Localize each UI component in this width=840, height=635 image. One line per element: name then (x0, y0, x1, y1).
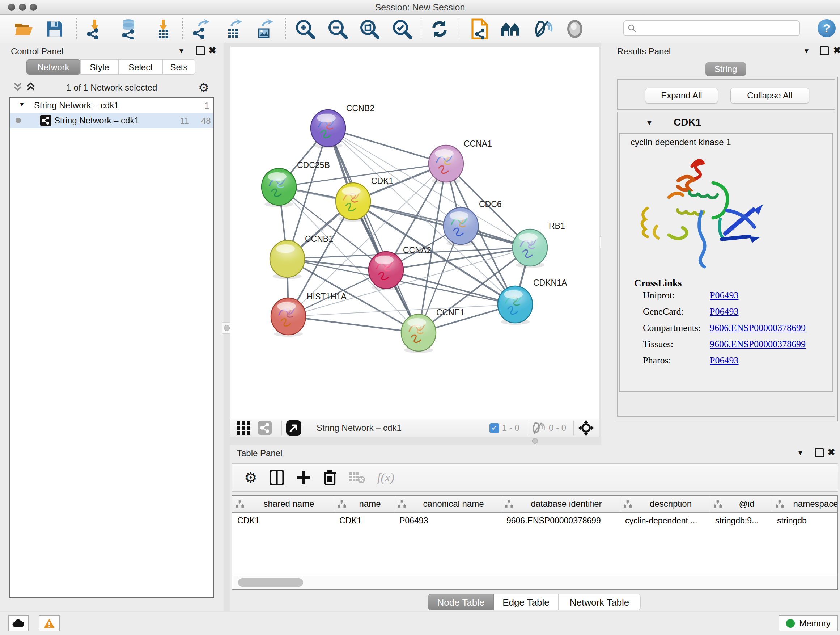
table-cell[interactable]: stringdb:9... (710, 513, 772, 529)
crosslink-link[interactable]: P06493 (710, 290, 738, 301)
export-image-button[interactable] (253, 19, 276, 40)
table-cell[interactable]: cyclin-dependent ... (620, 513, 710, 529)
column-header-namespace[interactable]: namespace (772, 496, 838, 512)
column-header-name[interactable]: name (334, 496, 394, 512)
add-column-icon[interactable] (296, 470, 311, 485)
panel-float-icon[interactable] (196, 46, 205, 55)
table-cell[interactable]: CDK1 (334, 513, 394, 529)
crosslink-row: Compartments:9606.ENSP00000378699 (643, 323, 824, 339)
import-network-database-button[interactable] (118, 19, 140, 40)
column-header-canonical-name[interactable]: canonical name (394, 496, 501, 512)
memory-button[interactable]: Memory (778, 616, 838, 631)
panel-close-icon[interactable]: ✖ (827, 448, 835, 456)
network-node-CDC6[interactable]: CDC6 (444, 200, 502, 246)
network-node-CDK1[interactable]: CDK1 (336, 176, 393, 222)
view-toolbar-separator (281, 421, 282, 435)
network-collection-row[interactable]: ▼ String Network – cdk1 1 (10, 98, 213, 113)
search-field[interactable] (623, 20, 800, 36)
tab-select[interactable]: Select (118, 59, 163, 74)
column-header--id[interactable]: @id (710, 496, 772, 512)
export-table-button[interactable] (222, 19, 245, 40)
panel-float-icon[interactable] (820, 46, 829, 55)
search-input[interactable] (636, 23, 799, 33)
tab-style[interactable]: Style (80, 59, 118, 74)
table-row[interactable]: CDK1CDK1P064939606.ENSP00000378699cyclin… (232, 513, 837, 529)
tab-network[interactable]: Network (27, 59, 80, 74)
function-builder-icon[interactable]: f(x) (377, 470, 394, 485)
warning-button[interactable] (39, 616, 60, 631)
zoom-out-button[interactable] (326, 19, 349, 40)
import-table-file-button[interactable] (152, 19, 174, 40)
column-header-shared-name[interactable]: shared name (232, 496, 334, 512)
open-session-button[interactable] (13, 19, 35, 40)
hide-glasses-button[interactable] (532, 19, 554, 40)
cloud-status-button[interactable] (8, 616, 29, 631)
network-edge-CCNB2-CCNE1[interactable] (328, 128, 418, 333)
zoom-in-button[interactable] (294, 19, 316, 40)
houses-icon (500, 20, 521, 38)
refresh-button[interactable] (428, 19, 451, 40)
network-options-gear-icon[interactable]: ⚙ (198, 80, 209, 95)
scrollbar-thumb[interactable] (238, 578, 303, 587)
tab-network-table[interactable]: Network Table (558, 594, 641, 610)
table-options-gear-icon[interactable]: ⚙ (244, 469, 257, 486)
panel-menu-caret-icon[interactable]: ▼ (797, 449, 804, 457)
node-label-CCNA2: CCNA2 (403, 245, 431, 255)
panel-menu-caret-icon[interactable]: ▼ (178, 47, 185, 55)
protein-structure-image (634, 151, 775, 274)
hidden-eye-icon[interactable] (531, 422, 546, 434)
panel-menu-caret-icon[interactable]: ▼ (803, 47, 810, 55)
tab-string[interactable]: String (706, 62, 746, 76)
table-cell[interactable]: stringdb (772, 513, 838, 529)
panel-close-icon[interactable]: ✖ (833, 47, 840, 54)
crosslink-link[interactable]: 9606.ENSP00000378699 (710, 323, 806, 333)
delete-column-trash-icon[interactable] (323, 470, 337, 486)
network-node-RB1[interactable]: RB1 (513, 221, 565, 268)
import-network-file-button[interactable] (84, 19, 106, 40)
tab-edge-table[interactable]: Edge Table (494, 594, 558, 610)
expand-all-button[interactable]: Expand All (645, 88, 718, 103)
share-view-icon[interactable] (257, 421, 272, 435)
selected-nodes-checkbox[interactable]: ✓ (489, 423, 499, 433)
show-columns-icon[interactable] (270, 470, 284, 486)
panel-close-icon[interactable]: ✖ (208, 47, 216, 54)
column-header-description[interactable]: description (620, 496, 710, 512)
column-header-database-identifier[interactable]: database identifier (501, 496, 620, 512)
network-edge-HIST1H1A-CCNE1[interactable] (288, 317, 418, 333)
network-canvas[interactable]: CCNB2CCNA1CDC25BCDK1CDC6RB1CCNB1CCNA2CDK… (230, 47, 600, 419)
show-eye-button[interactable] (564, 19, 586, 40)
grid-mode-icon[interactable] (237, 421, 250, 435)
network-row-selected[interactable]: String Network – cdk1 11 48 (10, 113, 213, 128)
birdseye-icon[interactable] (286, 420, 302, 435)
network-edge-CCNB2-CCNA1[interactable] (328, 128, 446, 164)
tab-node-table[interactable]: Node Table (428, 594, 494, 610)
table-cell[interactable]: P06493 (394, 513, 501, 529)
gene-collapse-caret-icon[interactable]: ▼ (646, 119, 653, 127)
network-edge-RB1-HIST1H1A[interactable] (288, 248, 530, 317)
import-string-file-button[interactable] (469, 19, 491, 40)
tab-sets[interactable]: Sets (163, 59, 195, 74)
collapse-all-button[interactable]: Collapse All (730, 88, 809, 103)
network-view[interactable]: CCNB2CCNA1CDC25BCDK1CDC6RB1CCNB1CCNA2CDK… (230, 48, 599, 418)
tree-expand-caret-icon[interactable]: ▼ (19, 101, 25, 108)
export-network-button[interactable] (189, 19, 212, 40)
view-toolbar-separator (527, 421, 527, 435)
crosslink-link[interactable]: 9606.ENSP00000378699 (710, 339, 806, 349)
help-button[interactable]: ? (818, 19, 836, 37)
crosslink-link[interactable]: P06493 (710, 355, 738, 366)
zoom-selected-button[interactable] (391, 19, 413, 40)
string-home-button[interactable] (500, 19, 522, 40)
table-splitter-handle[interactable] (532, 438, 538, 444)
table-cell[interactable]: 9606.ENSP00000378699 (501, 513, 620, 529)
delete-table-icon[interactable] (349, 471, 365, 484)
export-image-icon (254, 19, 275, 39)
panel-float-icon[interactable] (815, 448, 824, 457)
save-session-button[interactable] (43, 19, 66, 40)
pan-crosshair-icon[interactable] (578, 420, 594, 436)
zoom-fit-button[interactable] (358, 19, 381, 40)
table-cell[interactable]: CDK1 (232, 513, 334, 529)
horizontal-scrollbar[interactable] (233, 576, 837, 589)
node-label-CCNA1: CCNA1 (464, 139, 492, 149)
network-node-CDKN1A[interactable]: CDKN1A (498, 278, 567, 325)
crosslink-link[interactable]: P06493 (710, 306, 738, 317)
